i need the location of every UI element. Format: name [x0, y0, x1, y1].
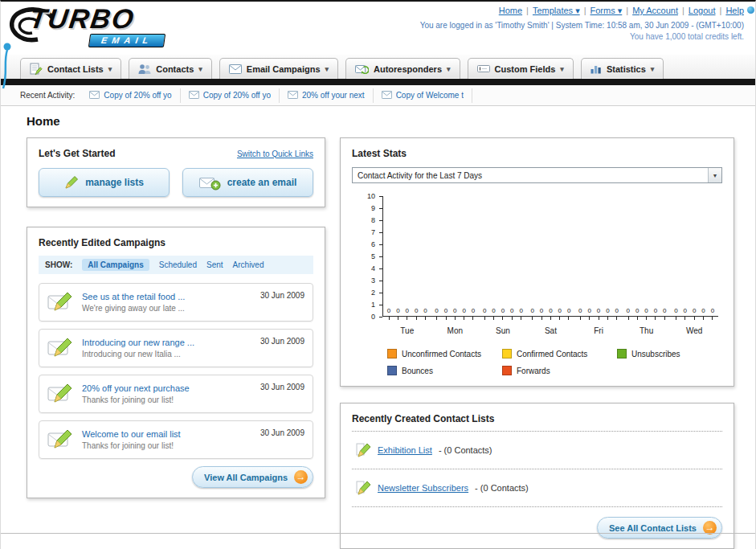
value-label: 0	[654, 307, 657, 314]
top-link-help[interactable]: Help	[725, 6, 744, 15]
legend-item: Confirmed Contacts	[502, 349, 617, 358]
recent-activity-item[interactable]: Copy of Welcome t	[374, 88, 472, 103]
top-link-logout[interactable]: Logout	[689, 6, 716, 15]
value-label: 0	[567, 307, 570, 314]
page: TURBO EMAIL Home|Templates ▾|Forms ▾|My …	[0, 0, 756, 549]
contact-list-link[interactable]: Exhibition List	[378, 445, 432, 455]
header-right: Home|Templates ▾|Forms ▾|My Account|Logo…	[420, 6, 744, 41]
chart-group: 00000Fri	[576, 196, 621, 316]
contact-list-items: Exhibition List- (0 Contacts)Newsletter …	[352, 435, 722, 507]
x-tick-label: Tue	[385, 326, 430, 335]
contacts-icon	[138, 64, 151, 75]
recent-contact-lists-panel: Recently Created Contact Lists Exhibitio…	[340, 403, 734, 549]
latest-stats-panel: Latest Stats Contact Activity for the La…	[340, 137, 734, 387]
x-tick-label: Wed	[672, 326, 717, 335]
recent-activity-item-label: Copy of 20% off yo	[203, 91, 271, 100]
chart-group: 00000Tue	[385, 196, 430, 316]
campaign-title-link[interactable]: 20% off your next purchase	[82, 383, 190, 393]
footer-divider	[1, 533, 755, 534]
chart-group: 00000Sun	[480, 196, 525, 316]
value-label: 0	[701, 307, 705, 314]
legend-item: Bounces	[387, 366, 502, 375]
recent-activity-item[interactable]: Copy of 20% off yo	[81, 88, 180, 103]
recent-activity-item-label: Copy of Welcome t	[396, 91, 464, 100]
see-all-contact-lists-button[interactable]: See All Contact Lists →	[597, 517, 722, 539]
filter-all-campaigns[interactable]: All Campaigns	[82, 259, 149, 271]
chevron-down-icon: ▾	[560, 65, 564, 73]
email-campaigns-icon	[229, 64, 242, 74]
value-label: 0	[540, 307, 543, 314]
value-label: 0	[578, 307, 582, 314]
tab-contact-lists[interactable]: Contact Lists▾	[20, 58, 121, 79]
envelope-icon	[382, 91, 392, 100]
logo-text: TURBO	[27, 3, 137, 35]
get-started-title: Let's Get Started	[39, 148, 116, 159]
envelope-icon	[189, 91, 199, 100]
campaign-title-link[interactable]: Welcome to our email list	[82, 429, 181, 439]
value-label: 0	[387, 307, 390, 314]
filter-archived[interactable]: Archived	[233, 260, 264, 269]
tab-email-campaigns[interactable]: Email Campaigns▾	[219, 58, 338, 79]
top-link-my-account[interactable]: My Account	[632, 6, 678, 15]
tab-autoresponders[interactable]: Autoresponders▾	[345, 58, 460, 79]
campaign-title-link[interactable]: Introducing our new range ...	[82, 338, 194, 347]
chart-group: 00000Mon	[432, 196, 477, 316]
envelope-icon	[288, 91, 298, 100]
value-label: 0	[501, 307, 505, 314]
value-label: 0	[597, 307, 600, 314]
decorative-dot	[747, 6, 754, 14]
tab-label: Custom Fields	[495, 64, 556, 74]
tab-label: Email Campaigns	[247, 64, 321, 74]
filter-scheduled[interactable]: Scheduled	[159, 260, 197, 269]
chevron-down-icon: ▾	[108, 65, 112, 73]
campaigns-title: Recently Edited Campaigns	[39, 237, 313, 248]
value-label: 0	[615, 307, 619, 314]
nav-divider-bar	[1, 79, 755, 85]
recent-activity-item[interactable]: Copy of 20% off yo	[181, 88, 280, 103]
top-link-home[interactable]: Home	[499, 6, 522, 15]
y-tick-label: 4	[371, 264, 375, 272]
chevron-down-icon: ▾	[651, 65, 655, 73]
x-tick-label: Thu	[624, 326, 669, 335]
manage-lists-button[interactable]: manage lists	[39, 168, 170, 197]
legend-item: Unsubscribes	[617, 349, 732, 358]
campaign-envelope-pencil-icon	[47, 427, 75, 453]
legend-label: Confirmed Contacts	[517, 350, 587, 358]
create-email-button[interactable]: create an email	[182, 168, 313, 197]
chevron-down-icon: ▾	[447, 65, 451, 73]
filter-sent[interactable]: Sent	[206, 260, 223, 269]
tab-statistics[interactable]: Statistics▾	[581, 58, 664, 79]
top-link-templates[interactable]: Templates ▾	[533, 6, 580, 15]
main-nav: Contact Lists▾Contacts▾Email Campaigns▾A…	[1, 55, 755, 79]
see-all-contact-lists-label: See All Contact Lists	[609, 523, 697, 533]
legend-swatch	[502, 349, 512, 358]
statistics-icon	[590, 64, 602, 74]
recent-activity-bar: Recent Activity: Copy of 20% off yoCopy …	[1, 85, 755, 106]
x-tick-label: Sun	[480, 326, 525, 335]
x-tick-label: Sat	[528, 326, 573, 335]
logo-subtext: EMAIL	[88, 34, 166, 47]
y-tick-label: 6	[371, 240, 375, 248]
tab-custom-fields[interactable]: Custom Fields▾	[468, 58, 574, 79]
stats-period-value: Contact Activity for the Last 7 Days	[358, 171, 482, 180]
top-link-forms[interactable]: Forms ▾	[590, 6, 623, 15]
contact-list-item: Exhibition List- (0 Contacts)	[352, 435, 722, 465]
switch-quick-links-link[interactable]: Switch to Quick Links	[237, 150, 313, 158]
tab-label: Contact Lists	[47, 64, 104, 74]
get-started-panel: Let's Get Started Switch to Quick Links …	[27, 137, 325, 207]
campaign-title-link[interactable]: See us at the retail food ...	[82, 292, 185, 301]
legend-label: Unsubscribes	[631, 350, 680, 358]
value-label: 0	[472, 307, 475, 314]
view-all-campaigns-button[interactable]: View All Campaigns →	[192, 466, 313, 488]
custom-fields-icon	[477, 64, 490, 74]
contact-list-count: - (0 Contacts)	[475, 483, 529, 493]
tab-contacts[interactable]: Contacts▾	[129, 58, 212, 79]
stats-period-select[interactable]: Contact Activity for the Last 7 Days ▼	[352, 167, 722, 183]
recent-activity-item[interactable]: 20% off your next	[280, 88, 374, 103]
contact-list-link[interactable]: Newsletter Subscribers	[378, 483, 468, 493]
value-label: 0	[627, 307, 630, 314]
contact-lists-title: Recently Created Contact Lists	[352, 413, 722, 424]
value-label: 0	[587, 307, 590, 314]
x-tick-label: Mon	[432, 326, 477, 335]
campaign-list: See us at the retail food ...We're givin…	[39, 283, 313, 459]
